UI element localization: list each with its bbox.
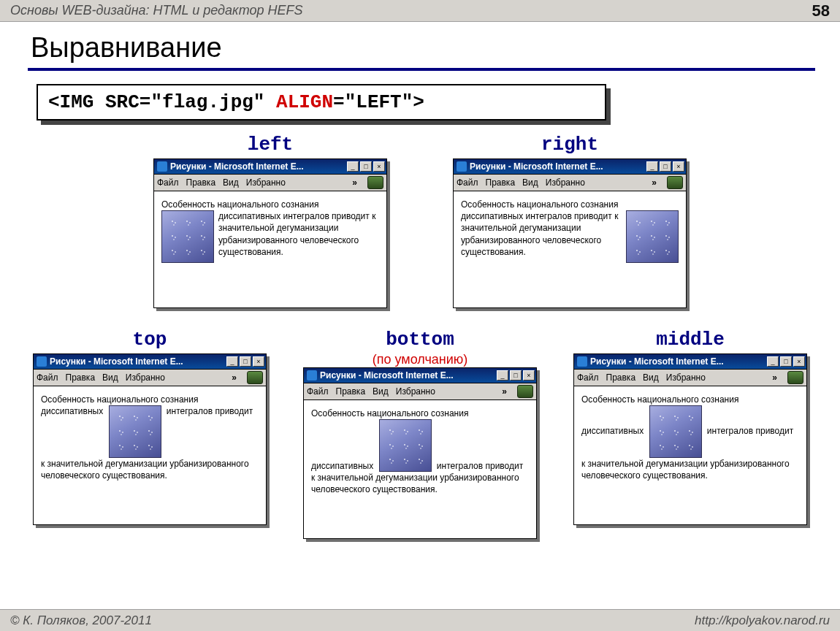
ie-window: Рисунки - Microsoft Internet E... _ □ × … <box>573 353 807 525</box>
maximize-button[interactable]: □ <box>780 356 792 367</box>
close-button[interactable]: × <box>253 356 264 367</box>
sample-image <box>626 210 679 263</box>
code-part2: ="LEFT"> <box>333 91 424 113</box>
label-middle: middle <box>573 329 807 351</box>
slide-body: Выравнивание <IMG SRC="flag.jpg" ALIGN="… <box>0 22 840 539</box>
menu-more-icon[interactable]: » <box>352 177 357 188</box>
ie-content: Особенность национального сознания дисси… <box>33 386 267 525</box>
examples-row-top: left Рисунки - Microsoft Internet E... _… <box>22 134 818 308</box>
menu-more-icon[interactable]: » <box>652 177 657 188</box>
menu-view[interactable]: Вид <box>373 386 389 397</box>
text: Особенность национального сознания <box>311 408 468 418</box>
menu-fav[interactable]: Избранно <box>666 372 706 383</box>
ie-icon <box>157 161 167 172</box>
minimize-button[interactable]: _ <box>767 356 779 367</box>
example-right: right Рисунки - Microsoft Internet E... … <box>453 134 687 308</box>
ie-window: Рисунки - Microsoft Internet E... _ □ × … <box>453 158 687 308</box>
menu-more-icon[interactable]: » <box>772 372 777 383</box>
text: диссипативных <box>41 406 103 416</box>
ie-window: Рисунки - Microsoft Internet E... _ □ × … <box>303 367 537 539</box>
ie-titlebar: Рисунки - Microsoft Internet E... _ □ × <box>153 158 387 175</box>
example-left: left Рисунки - Microsoft Internet E... _… <box>153 134 387 308</box>
menu-edit[interactable]: Правка <box>66 372 96 383</box>
go-button-icon[interactable] <box>247 371 263 384</box>
maximize-button[interactable]: □ <box>510 370 522 380</box>
example-bottom: bottom (по умолчанию) Рисунки - Microsof… <box>303 329 537 539</box>
ie-title-text: Рисунки - Microsoft Internet E... <box>170 161 347 172</box>
go-button-icon[interactable] <box>787 371 803 384</box>
maximize-button[interactable]: □ <box>240 356 251 367</box>
minimize-button[interactable]: _ <box>347 161 359 172</box>
menu-file[interactable]: Файл <box>157 177 179 188</box>
ie-icon <box>307 370 317 380</box>
go-button-icon[interactable] <box>667 176 683 189</box>
ie-menubar: Файл Правка Вид Избранно » <box>303 383 537 400</box>
minimize-button[interactable]: _ <box>226 356 238 367</box>
top-bar: Основы WEB-дизайна: HTML и редактор HEFS… <box>0 0 840 22</box>
menu-edit[interactable]: Правка <box>486 177 516 188</box>
menu-more-icon[interactable]: » <box>232 372 237 383</box>
ie-titlebar: Рисунки - Microsoft Internet E... _ □ × <box>453 158 687 175</box>
ie-menubar: Файл Правка Вид Избранно » <box>573 370 807 386</box>
examples-row-bottom: top Рисунки - Microsoft Internet E... _ … <box>22 329 818 539</box>
menu-file[interactable]: Файл <box>307 386 329 397</box>
text: значительной дегуманизации урбанизирован… <box>218 223 359 256</box>
menu-view[interactable]: Вид <box>223 177 239 188</box>
ie-title-text: Рисунки - Microsoft Internet E... <box>470 161 646 172</box>
menu-more-icon[interactable]: » <box>502 386 507 397</box>
ie-title-text: Рисунки - Microsoft Internet E... <box>590 356 767 367</box>
text: Особенность национального сознания дисси… <box>461 199 618 221</box>
maximize-button[interactable]: □ <box>660 161 671 172</box>
sample-image <box>649 405 702 458</box>
text: значительной дегуманизации урбанизирован… <box>461 223 601 256</box>
go-button-icon[interactable] <box>517 385 533 398</box>
text: диссипативных <box>581 426 644 436</box>
close-button[interactable]: × <box>673 161 684 172</box>
ie-menubar: Файл Правка Вид Избранно » <box>153 175 387 191</box>
menu-fav[interactable]: Избранно <box>546 177 585 188</box>
text: интегралов <box>167 406 213 416</box>
menu-edit[interactable]: Правка <box>606 372 636 383</box>
menu-edit[interactable]: Правка <box>186 177 216 188</box>
menu-file[interactable]: Файл <box>577 372 599 383</box>
close-button[interactable]: × <box>793 356 805 367</box>
ie-menubar: Файл Правка Вид Избранно » <box>33 370 267 386</box>
ie-titlebar: Рисунки - Microsoft Internet E... _ □ × <box>303 367 537 383</box>
sample-image <box>109 405 161 458</box>
page-number: 58 <box>812 1 830 20</box>
menu-file[interactable]: Файл <box>37 372 58 383</box>
footer-url: http://kpolyakov.narod.ru <box>695 613 830 628</box>
text: интегралов <box>437 461 483 471</box>
ie-content: Особенность национального сознания дисси… <box>153 191 387 308</box>
menu-view[interactable]: Вид <box>102 372 118 383</box>
title-underline <box>28 68 815 71</box>
menu-fav[interactable]: Избранно <box>246 177 286 188</box>
code-keyword: ALIGN <box>276 91 333 113</box>
menu-view[interactable]: Вид <box>643 372 659 383</box>
ie-window: Рисунки - Microsoft Internet E... _ □ × … <box>153 158 387 308</box>
menu-fav[interactable]: Избранно <box>396 386 435 397</box>
ie-titlebar: Рисунки - Microsoft Internet E... _ □ × <box>33 353 267 370</box>
code-box: <IMG SRC="flag.jpg" ALIGN="LEFT"> <box>37 84 606 121</box>
text: диссипативных <box>311 461 373 471</box>
example-top: top Рисунки - Microsoft Internet E... _ … <box>33 329 267 539</box>
menu-file[interactable]: Файл <box>457 177 478 188</box>
ie-menubar: Файл Правка Вид Избранно » <box>453 175 687 191</box>
sample-image <box>379 419 432 472</box>
ie-content: Особенность национального сознания дисси… <box>303 400 537 539</box>
maximize-button[interactable]: □ <box>360 161 372 172</box>
close-button[interactable]: × <box>373 161 385 172</box>
minimize-button[interactable]: _ <box>497 370 508 380</box>
menu-fav[interactable]: Избранно <box>126 372 165 383</box>
label-top: top <box>33 329 267 351</box>
menu-edit[interactable]: Правка <box>336 386 366 397</box>
ie-content: Особенность национального сознания дисси… <box>453 191 687 308</box>
menu-view[interactable]: Вид <box>522 177 538 188</box>
slide-title: Выравнивание <box>31 32 818 64</box>
label-bottom-note: (по умолчанию) <box>303 352 537 367</box>
minimize-button[interactable]: _ <box>646 161 658 172</box>
ie-title-text: Рисунки - Microsoft Internet E... <box>320 370 497 380</box>
close-button[interactable]: × <box>523 370 535 380</box>
text: Особенность национального сознания <box>581 394 738 405</box>
go-button-icon[interactable] <box>367 176 383 189</box>
